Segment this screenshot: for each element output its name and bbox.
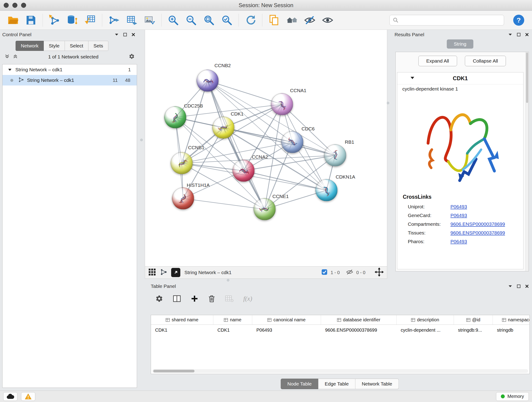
panel-close-icon[interactable] (525, 284, 529, 288)
panel-float-icon[interactable] (517, 284, 520, 288)
cloud-status-button[interactable] (3, 392, 17, 401)
network-node-cdk1[interactable] (212, 117, 234, 139)
crosslink-link[interactable]: P06493 (450, 239, 467, 244)
panel-float-icon[interactable] (123, 33, 127, 36)
cell-namespace[interactable]: stringdb (493, 325, 530, 335)
network-node-ccnb2[interactable] (196, 70, 219, 92)
pan-crosshair-icon[interactable] (375, 268, 384, 278)
open-session-icon[interactable] (4, 12, 22, 28)
search-input[interactable] (389, 15, 504, 26)
tab-edge-table[interactable]: Edge Table (318, 379, 355, 389)
panel-collapse-icon[interactable] (508, 285, 512, 288)
column-header[interactable]: description (397, 315, 454, 325)
vertical-splitter-handle[interactable] (387, 102, 389, 104)
network-node-cdc6[interactable] (281, 131, 303, 153)
network-node-ccna2[interactable] (233, 160, 254, 182)
save-session-icon[interactable] (22, 12, 40, 28)
cell-name[interactable]: CDK1 (213, 325, 252, 335)
zoom-out-icon[interactable] (182, 12, 200, 28)
column-header[interactable]: namespace (493, 315, 530, 325)
expand-all-networks-icon[interactable] (5, 54, 10, 60)
collapse-all-button[interactable]: Collapse All (465, 56, 506, 66)
zoom-selected-icon[interactable] (218, 12, 236, 28)
tab-select[interactable]: Select (65, 41, 89, 51)
warnings-button[interactable] (21, 392, 35, 401)
column-header[interactable]: name (213, 315, 252, 325)
column-header[interactable]: database identifier (321, 315, 397, 325)
table-row[interactable]: CDK1 CDK1 P06493 9606.ENSP00000378699 cy… (151, 325, 530, 335)
cell-canonical-name[interactable]: P06493 (252, 325, 321, 335)
table-settings-gear-icon[interactable] (155, 295, 163, 303)
cell-database-identifier[interactable]: 9606.ENSP00000378699 (321, 325, 397, 335)
section-disclosure-icon[interactable] (410, 76, 415, 80)
export-network-icon[interactable] (105, 12, 123, 28)
tab-string[interactable]: String (447, 39, 473, 49)
export-table-icon[interactable] (123, 12, 141, 28)
collection-count: 1 (128, 67, 137, 72)
network-row-selected[interactable]: String Network – cdk1 11 48 (2, 75, 137, 85)
hide-annotations-icon[interactable] (301, 12, 319, 28)
selected-checkbox-icon[interactable] (322, 269, 327, 276)
import-network-database-icon[interactable] (63, 12, 81, 28)
function-builder-icon[interactable]: f(x) (243, 295, 252, 302)
cell-shared-name[interactable]: CDK1 (151, 325, 213, 335)
export-image-icon[interactable] (141, 12, 158, 28)
refresh-icon[interactable] (241, 12, 259, 28)
hidden-eye-icon[interactable] (346, 269, 353, 276)
cell-description[interactable]: cyclin-dependent ... (397, 325, 454, 335)
network-node-ccne1[interactable] (254, 198, 276, 220)
network-node-ccnb1[interactable] (171, 152, 193, 174)
zoom-fit-icon[interactable] (200, 12, 218, 28)
import-table-icon[interactable] (81, 12, 99, 28)
column-header[interactable]: shared name (151, 315, 213, 325)
show-eye-icon[interactable] (319, 12, 336, 28)
cell-id[interactable]: stringdb:9... (454, 325, 493, 335)
clone-network-icon[interactable] (265, 12, 283, 28)
network-share-icon[interactable] (160, 269, 167, 276)
expand-all-button[interactable]: Expand All (418, 56, 457, 66)
open-in-window-icon[interactable] (171, 268, 180, 277)
network-node-label: CDC6 (302, 126, 315, 132)
zoom-in-icon[interactable] (164, 12, 182, 28)
table-horizontal-scrollbar[interactable] (152, 369, 528, 373)
horizontal-splitter-handle[interactable] (227, 279, 229, 281)
show-columns-icon[interactable] (173, 295, 181, 303)
network-node-rb1[interactable] (324, 144, 346, 166)
panel-collapse-icon[interactable] (508, 33, 512, 36)
results-scrollbar[interactable] (525, 52, 529, 271)
crosslink-link[interactable]: P06493 (450, 204, 467, 210)
delete-table-icon[interactable] (225, 295, 234, 302)
tab-network[interactable]: Network (16, 41, 44, 51)
panel-collapse-icon[interactable] (114, 33, 119, 36)
network-node-cdkn1a[interactable] (316, 179, 337, 201)
panel-close-icon[interactable] (132, 33, 135, 36)
birds-eye-grid-icon[interactable] (148, 268, 156, 277)
panel-close-icon[interactable] (525, 33, 529, 36)
network-node-cdc25b[interactable] (164, 106, 186, 128)
column-header[interactable]: @id (454, 315, 493, 325)
tab-node-table[interactable]: Node Table (281, 379, 318, 389)
vertical-splitter-handle[interactable] (140, 139, 143, 141)
import-network-file-icon[interactable] (46, 12, 63, 28)
network-options-gear-icon[interactable] (129, 53, 135, 60)
network-node-hist1h1a[interactable] (172, 187, 194, 210)
network-node-ccna1[interactable] (271, 93, 293, 115)
crosslink-link[interactable]: 9606.ENSP00000378699 (450, 230, 505, 236)
homes-icon[interactable] (283, 12, 301, 28)
crosslink-link[interactable]: P06493 (450, 213, 467, 218)
add-column-icon[interactable] (191, 295, 198, 303)
disclosure-triangle-icon[interactable] (8, 67, 12, 72)
column-header[interactable]: canonical name (252, 315, 321, 325)
tab-sets[interactable]: Sets (89, 41, 108, 51)
toolbar-separator (239, 14, 239, 27)
panel-float-icon[interactable] (517, 33, 520, 36)
network-collection-row[interactable]: String Network – cdk1 1 (2, 64, 137, 75)
help-button[interactable]: ? (513, 15, 524, 26)
delete-column-icon[interactable] (208, 294, 215, 303)
tab-network-table[interactable]: Network Table (355, 379, 399, 389)
crosslink-link[interactable]: 9606.ENSP00000378699 (450, 221, 505, 227)
collapse-all-networks-icon[interactable] (13, 54, 18, 60)
tab-style[interactable]: Style (44, 41, 65, 51)
network-canvas[interactable]: CCNB2CCNA1CDC25BCDK1CDC6RB1CCNB1CCNA2CDK… (145, 30, 387, 266)
memory-button[interactable]: Memory (496, 392, 529, 401)
